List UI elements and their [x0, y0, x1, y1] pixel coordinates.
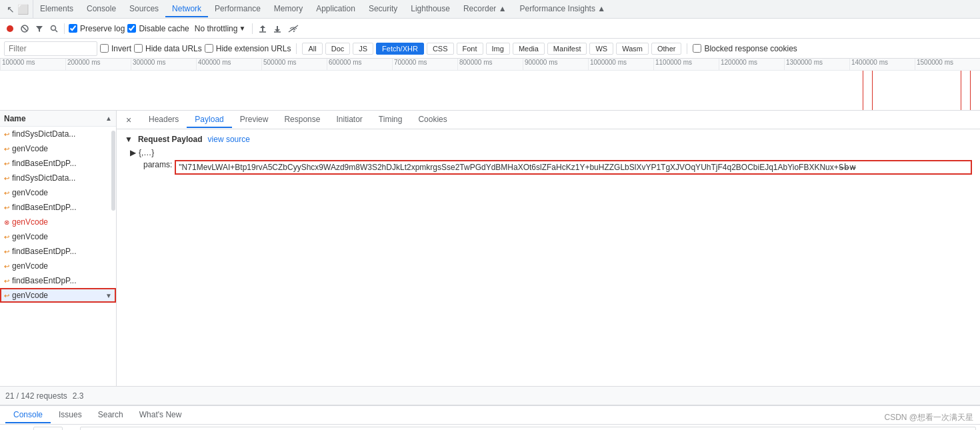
tab-network[interactable]: Network [165, 1, 208, 17]
timeline-marker-4 [970, 71, 971, 111]
filter-manifest-btn[interactable]: Manifest [547, 43, 587, 55]
svg-line-2 [23, 27, 27, 31]
sidebar-item-find-sys-2[interactable]: ↩ findSysDictData... [0, 171, 116, 185]
payload-params-row: params: "N71MevLWAI+Btp19rvA5CZbCyyShcx9… [143, 160, 972, 175]
timeline-tick: 1100000 ms [653, 59, 719, 70]
sidebar-item-find-base-4[interactable]: ↩ findBaseEntDpP... [0, 273, 116, 288]
payload-collapse-arrow[interactable]: ▼ [125, 135, 133, 144]
tab-security[interactable]: Security [362, 1, 404, 17]
detail-tab-payload[interactable]: Payload [187, 112, 231, 128]
throttle-select[interactable]: No throttling ▼ [192, 23, 249, 35]
status-icon-orange-11: ↩ [4, 292, 9, 299]
filter-ws-btn[interactable]: WS [589, 43, 613, 55]
detail-close-btn[interactable]: × [122, 113, 135, 127]
console-filter-input[interactable] [80, 427, 976, 431]
filter-js-btn[interactable]: JS [353, 43, 373, 55]
detail-content: ▼ Request Payload view source ▶ {,…} par… [117, 129, 980, 386]
detail-tab-cookies[interactable]: Cookies [410, 112, 455, 128]
tab-recorder[interactable]: Recorder ▲ [457, 1, 513, 17]
timeline-ruler: 100000 ms200000 ms300000 ms400000 ms5000… [0, 59, 980, 71]
timeline-tick: 400000 ms [196, 59, 261, 70]
sidebar-item-gen-vcode-4[interactable]: ↩ genVcode [0, 259, 116, 273]
cursor-icon[interactable]: ↖ [7, 4, 15, 15]
sidebar-scroll-up[interactable]: ▲ [105, 115, 112, 122]
sidebar-item-find-base-3[interactable]: ↩ findBaseEntDpP... [0, 244, 116, 259]
detail-tab-initiator[interactable]: Initiator [328, 112, 370, 128]
detail-tab-response[interactable]: Response [276, 112, 328, 128]
record-stop-btn[interactable] [4, 23, 16, 35]
disable-cache-checkbox[interactable]: Disable cache [127, 24, 189, 33]
filter-doc-btn[interactable]: Doc [325, 43, 351, 55]
context-selector[interactable]: top ▼ [33, 427, 63, 431]
invert-checkbox[interactable]: Invert [100, 44, 131, 53]
download-btn[interactable] [271, 23, 283, 35]
tab-perf-insights[interactable]: Performance Insights ▲ [513, 1, 613, 17]
sidebar-item-gen-vcode-3[interactable]: ↩ genVcode [0, 229, 116, 244]
console-tab-console[interactable]: Console [5, 407, 51, 423]
throttle-arrow-icon: ▼ [239, 25, 245, 32]
sidebar-item-text-1: findSysDictData... [12, 129, 112, 139]
status-icon-orange-6: ↩ [4, 204, 9, 211]
console-block-btn[interactable] [19, 428, 31, 431]
circle-icon[interactable]: ⬜ [17, 4, 29, 15]
hide-data-urls-checkbox[interactable]: Hide data URLs [134, 44, 202, 53]
hide-ext-urls-checkbox[interactable]: Hide extension URLs [205, 44, 291, 53]
tab-elements[interactable]: Elements [33, 1, 80, 17]
sidebar-item-gen-vcode-2[interactable]: ↩ genVcode [0, 185, 116, 200]
detail-tab-preview[interactable]: Preview [232, 112, 277, 128]
svg-point-3 [51, 25, 56, 30]
payload-section-header: ▼ Request Payload view source [125, 135, 972, 144]
sidebar-item-gen-vcode-selected[interactable]: ↩ genVcode ▼ [0, 288, 116, 303]
filter-font-btn[interactable]: Font [457, 43, 483, 55]
detail-tab-timing[interactable]: Timing [371, 112, 411, 128]
status-icon-orange-1: ↩ [4, 131, 9, 138]
tab-console[interactable]: Console [80, 1, 123, 17]
payload-tree: ▶ {,…} params: "N71MevLWAI+Btp19rvA5CZbC… [130, 148, 972, 175]
sidebar-scrollbar[interactable] [111, 131, 115, 211]
view-source-link[interactable]: view source [208, 135, 250, 144]
filter-btn-icon[interactable] [33, 23, 45, 35]
svg-line-4 [55, 30, 57, 32]
payload-tree-arrow[interactable]: ▶ [130, 148, 136, 157]
filter-sep2 [687, 43, 687, 54]
console-tab-search[interactable]: Search [90, 407, 131, 423]
sidebar-item-text-9: findBaseEntDpP... [12, 247, 112, 256]
timeline-tick: 600000 ms [327, 59, 392, 70]
network-toolbar: Preserve log Disable cache No throttling… [0, 19, 980, 39]
filter-all-btn[interactable]: All [302, 43, 322, 55]
sidebar-item-find-sys-1[interactable]: ↩ findSysDictData... [0, 127, 116, 141]
preserve-log-checkbox[interactable]: Preserve log [69, 24, 125, 33]
sidebar-item-gen-vcode-error[interactable]: ⊗ genVcode [0, 215, 116, 229]
eye-icon[interactable] [65, 428, 77, 431]
tab-sources[interactable]: Sources [123, 1, 165, 17]
filter-img-btn[interactable]: Img [486, 43, 510, 55]
status-icon-orange-9: ↩ [4, 263, 9, 270]
clear-btn[interactable] [19, 23, 31, 35]
filter-css-btn[interactable]: CSS [427, 43, 454, 55]
timeline-tick: 200000 ms [65, 59, 131, 70]
sidebar-item-find-base-1[interactable]: ↩ findBaseEntDpP... [0, 156, 116, 171]
filter-wasm-btn[interactable]: Wasm [616, 43, 649, 55]
console-tab-issues[interactable]: Issues [51, 407, 90, 423]
detail-tab-headers[interactable]: Headers [141, 112, 187, 128]
tab-memory[interactable]: Memory [267, 1, 309, 17]
tab-lighthouse[interactable]: Lighthouse [404, 1, 457, 17]
tab-performance[interactable]: Performance [208, 1, 267, 17]
search-btn[interactable] [48, 23, 60, 35]
sidebar-item-find-base-2[interactable]: ↩ findBaseEntDpP... [0, 200, 116, 215]
timeline-tick: 1200000 ms [719, 59, 784, 70]
blocked-cookies-checkbox[interactable]: Blocked response cookies [693, 44, 797, 53]
wifi-icon[interactable] [287, 23, 299, 35]
sidebar-item-gen-vcode-1[interactable]: ↩ genVcode [0, 141, 116, 156]
console-clear-btn[interactable] [4, 428, 16, 431]
timeline-tick: 500000 ms [261, 59, 327, 70]
filter-media-btn[interactable]: Media [513, 43, 545, 55]
upload-btn[interactable] [257, 23, 269, 35]
sidebar-item-text-12: genVcode [12, 291, 105, 300]
filter-fetch-xhr-btn[interactable]: Fetch/XHR [376, 43, 424, 55]
console-tab-whats-new[interactable]: What's New [131, 407, 190, 423]
tab-application[interactable]: Application [309, 1, 362, 17]
filter-other-btn[interactable]: Other [651, 43, 682, 55]
payload-params-container: params: "N71MevLWAI+Btp19rvA5CZbCyyShcx9… [143, 160, 972, 175]
filter-input[interactable] [4, 41, 97, 56]
